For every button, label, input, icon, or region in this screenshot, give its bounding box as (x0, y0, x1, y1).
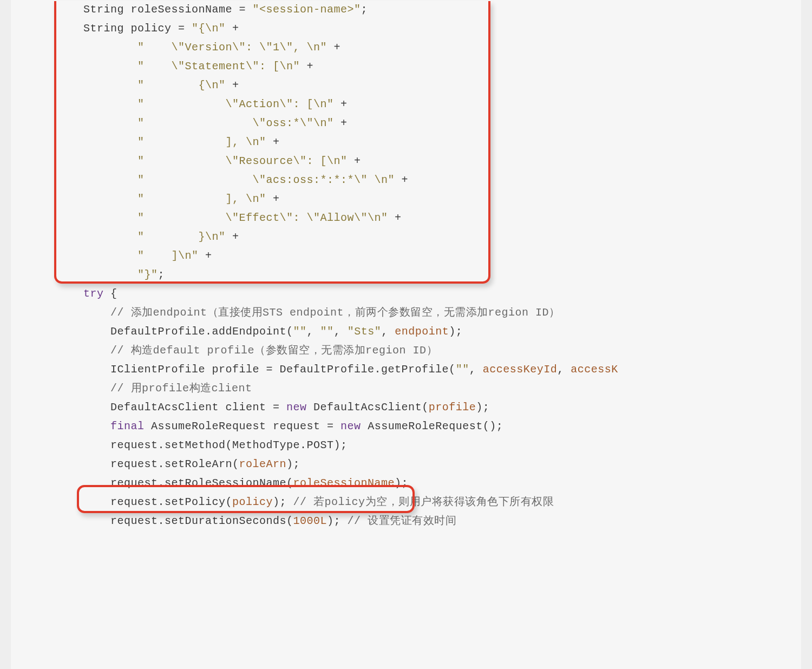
code-line: // 添加endpoint（直接使用STS endpoint，前两个参数留空，无… (29, 306, 560, 319)
code-line: " \"Action\": [\n" + (29, 98, 348, 110)
code-line: final AssumeRoleRequest request = new As… (29, 420, 503, 432)
code-line: " \"oss:*\"\n" + (29, 117, 348, 129)
code-line: // 用profile构造client (29, 382, 252, 395)
code-line: " ], \n" + (29, 136, 280, 148)
code-line: " \"Version\": \"1\", \n" + (29, 41, 340, 54)
code-block: String roleSessionName = "<session-name>… (11, 0, 801, 669)
code-line: request.setRoleArn(roleArn); (29, 458, 300, 470)
code-line: " ], \n" + (29, 193, 280, 205)
code-line: request.setDurationSeconds(1000L); // 设置… (29, 515, 456, 527)
code-line: " \"Resource\": [\n" + (29, 155, 361, 167)
code-line: String policy = "{\n" + (29, 22, 239, 35)
code-line: " \"Effect\": \"Allow\"\n" + (29, 212, 402, 224)
code-line: DefaultProfile.addEndpoint("", "", "Sts"… (29, 325, 462, 338)
code-line: " \"Statement\": [\n" + (29, 60, 313, 73)
code-pre: String roleSessionName = "<session-name>… (11, 0, 801, 530)
code-line: String roleSessionName = "<session-name>… (29, 3, 368, 16)
code-line: request.setPolicy(policy); // 若policy为空，… (29, 496, 554, 508)
code-line: " }\n" + (29, 231, 239, 243)
code-line: request.setMethod(MethodType.POST); (29, 439, 348, 451)
code-line: request.setRoleSessionName(roleSessionNa… (29, 477, 408, 489)
code-line: IClientProfile profile = DefaultProfile.… (29, 363, 618, 376)
code-line: " ]\n" + (29, 250, 212, 262)
code-line: // 构造default profile（参数留空，无需添加region ID） (29, 344, 437, 357)
code-line: " \"acs:oss:*:*:*\" \n" + (29, 174, 408, 186)
code-line: DefaultAcsClient client = new DefaultAcs… (29, 401, 489, 414)
code-line: try { (29, 287, 117, 300)
code-line: "}"; (29, 268, 165, 281)
code-line: " {\n" + (29, 79, 239, 91)
